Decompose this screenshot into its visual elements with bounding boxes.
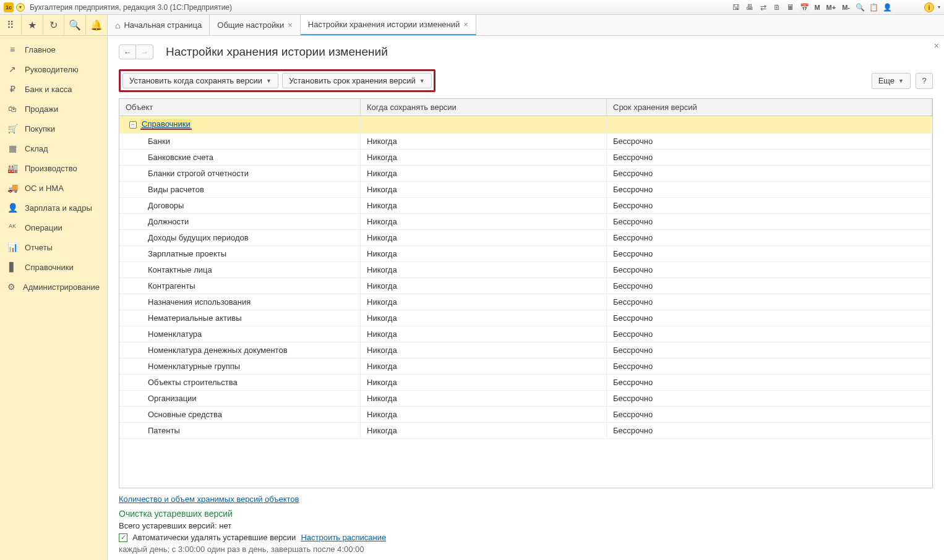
nav-forward-button: →: [136, 45, 153, 59]
sidebar-item-label: Продажи: [25, 104, 58, 114]
cell-when: Никогда: [361, 326, 607, 342]
sidebar-item-12[interactable]: ⚙Администрирование: [0, 277, 107, 297]
schedule-link[interactable]: Настроить расписание: [301, 533, 386, 542]
cell-object: Назначения использования: [119, 294, 361, 310]
table-row[interactable]: НоменклатураНикогдаБессрочно: [119, 326, 932, 342]
close-icon[interactable]: ×: [463, 20, 468, 29]
tab-history-settings[interactable]: Настройки хранения истории изменений ×: [301, 15, 476, 35]
sidebar-item-9[interactable]: ᴬᴷОперации: [0, 218, 107, 237]
tab-home[interactable]: ⌂ Начальная страница: [108, 15, 210, 35]
set-storage-term-button[interactable]: Установить срок хранения версий ▼: [282, 73, 432, 88]
search-icon[interactable]: 🔍: [64, 15, 86, 35]
user-icon[interactable]: 👤: [882, 2, 892, 12]
table-row[interactable]: Доходы будущих периодовНикогдаБессрочно: [119, 230, 932, 246]
save-icon[interactable]: 🖫: [731, 2, 741, 12]
nav-back-button[interactable]: ←: [119, 45, 136, 59]
table-row[interactable]: Контактные лицаНикогдаБессрочно: [119, 262, 932, 278]
sidebar-item-6[interactable]: 🏭Производство: [0, 158, 107, 178]
tab-general-settings[interactable]: Общие настройки ×: [210, 15, 301, 35]
cell-object: Виды расчетов: [119, 182, 361, 197]
sidebar-item-icon: 🏭: [7, 163, 17, 173]
group-label[interactable]: Справочники: [140, 119, 192, 130]
sidebar-item-1[interactable]: ↗Руководителю: [0, 59, 107, 79]
help-button[interactable]: ?: [916, 73, 933, 89]
cell-term: Бессрочно: [607, 423, 932, 438]
column-header-when[interactable]: Когда сохранять версии: [361, 99, 607, 116]
sidebar-item-label: Зарплата и кадры: [25, 203, 92, 213]
sidebar-item-7[interactable]: 🚚ОС и НМА: [0, 178, 107, 198]
table-row[interactable]: ОрганизацииНикогдаБессрочно: [119, 391, 932, 407]
sidebar-item-icon: ₽: [7, 84, 17, 94]
sidebar-item-10[interactable]: 📊Отчеты: [0, 237, 107, 257]
more-button[interactable]: Еще ▼: [872, 73, 911, 89]
titlebar-dropdown-icon[interactable]: ▾: [16, 3, 25, 12]
tree-collapse-icon[interactable]: −: [129, 121, 137, 129]
table-row[interactable]: Объекты строительстваНикогдаБессрочно: [119, 375, 932, 391]
apps-icon[interactable]: ⠿: [0, 15, 22, 35]
cell-when: Никогда: [361, 294, 607, 310]
cell-term: Бессрочно: [607, 134, 932, 149]
cell-term: Бессрочно: [607, 342, 932, 358]
auto-delete-checkbox[interactable]: ✓: [119, 533, 127, 542]
link-versions-count[interactable]: Количество и объем хранимых версий объек…: [119, 494, 299, 504]
table-row[interactable]: БанкиНикогдаБессрочно: [119, 134, 932, 150]
table-row[interactable]: ПатентыНикогдаБессрочно: [119, 423, 932, 439]
close-icon[interactable]: ×: [288, 20, 293, 30]
cell-term: Бессрочно: [607, 214, 932, 229]
table-row[interactable]: КонтрагентыНикогдаБессрочно: [119, 278, 932, 294]
memory-m-button[interactable]: M: [813, 4, 821, 11]
tab-bar: ⌂ Начальная страница Общие настройки × Н…: [108, 15, 944, 36]
sidebar-item-3[interactable]: 🛍Продажи: [0, 99, 107, 119]
cell-when: Никогда: [361, 342, 607, 358]
bell-icon[interactable]: 🔔: [86, 15, 107, 35]
close-page-button[interactable]: ×: [934, 41, 939, 51]
table-row[interactable]: Зарплатные проектыНикогдаБессрочно: [119, 246, 932, 262]
sidebar-item-icon: 👤: [7, 203, 17, 213]
cell-when: Никогда: [361, 166, 607, 181]
cell-object: Номенклатурные группы: [119, 358, 361, 374]
table-group-row[interactable]: −Справочники: [119, 116, 932, 134]
document-icon[interactable]: 🗎: [772, 2, 782, 12]
cell-term: Бессрочно: [607, 230, 932, 245]
table-row[interactable]: Банковские счетаНикогдаБессрочно: [119, 150, 932, 166]
column-header-term[interactable]: Срок хранения версий: [607, 99, 932, 116]
table-row[interactable]: Нематериальные активыНикогдаБессрочно: [119, 310, 932, 326]
star-icon[interactable]: ★: [22, 15, 43, 35]
memory-mplus-button[interactable]: M+: [825, 4, 838, 11]
sidebar-item-11[interactable]: ▋Справочники: [0, 257, 107, 277]
calendar-icon[interactable]: 📅: [799, 2, 809, 12]
table-row[interactable]: Бланки строгой отчетностиНикогдаБессрочн…: [119, 166, 932, 182]
column-header-object[interactable]: Объект: [119, 99, 361, 116]
cell-term: Бессрочно: [607, 262, 932, 278]
set-when-save-button[interactable]: Установить когда сохранять версии ▼: [122, 73, 278, 88]
table-row[interactable]: Основные средстваНикогдаБессрочно: [119, 407, 932, 423]
print-icon[interactable]: 🖶: [745, 2, 755, 12]
sidebar-item-5[interactable]: ▦Склад: [0, 138, 107, 158]
sidebar-item-2[interactable]: ₽Банк и касса: [0, 79, 107, 99]
table-row[interactable]: ДолжностиНикогдаБессрочно: [119, 214, 932, 230]
table-row[interactable]: Номенклатура денежных документовНикогдаБ…: [119, 342, 932, 358]
button-label: Установить срок хранения версий: [289, 76, 416, 85]
info-dropdown-icon[interactable]: ▾: [938, 4, 940, 10]
cell-when: Никогда: [361, 182, 607, 197]
history-icon[interactable]: ↻: [43, 15, 65, 35]
data-grid: Объект Когда сохранять версии Срок хране…: [119, 98, 933, 488]
info-icon[interactable]: i: [924, 2, 934, 12]
memory-mminus-button[interactable]: M-: [841, 4, 851, 11]
calculator-icon[interactable]: 🖩: [786, 2, 796, 12]
sidebar-item-4[interactable]: 🛒Покупки: [0, 119, 107, 138]
table-row[interactable]: Назначения использованияНикогдаБессрочно: [119, 294, 932, 310]
clipboard-icon[interactable]: 📋: [869, 2, 878, 12]
tab-label: Общие настройки: [217, 20, 284, 30]
compare-icon[interactable]: ⇄: [758, 2, 768, 12]
table-row[interactable]: Виды расчетовНикогдаБессрочно: [119, 182, 932, 198]
zoom-icon[interactable]: 🔍: [855, 2, 865, 12]
sidebar-item-label: Склад: [25, 144, 48, 153]
grid-body[interactable]: −СправочникиБанкиНикогдаБессрочноБанковс…: [119, 116, 932, 488]
sidebar-item-0[interactable]: ≡Главное: [0, 40, 107, 59]
sidebar-item-8[interactable]: 👤Зарплата и кадры: [0, 198, 107, 218]
table-row[interactable]: Номенклатурные группыНикогдаБессрочно: [119, 358, 932, 375]
table-row[interactable]: ДоговорыНикогдаБессрочно: [119, 198, 932, 214]
cleanup-section-title: Очистка устаревших версий: [119, 509, 933, 519]
cell-term: Бессрочно: [607, 166, 932, 181]
